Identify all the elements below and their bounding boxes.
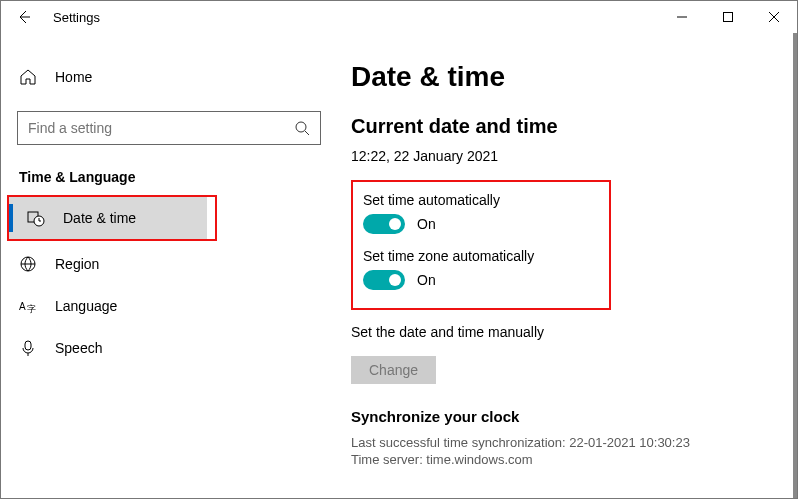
sync-last-line: Last successful time synchronization: 22… <box>351 435 797 450</box>
close-icon <box>769 12 779 22</box>
language-icon: A字 <box>19 297 37 315</box>
clock-calendar-icon <box>27 209 45 227</box>
microphone-icon <box>19 339 37 357</box>
svg-text:字: 字 <box>27 304 36 314</box>
window-controls <box>659 2 797 32</box>
change-button: Change <box>351 356 436 384</box>
search-input[interactable] <box>28 120 294 136</box>
set-tz-auto-toggle[interactable] <box>363 270 405 290</box>
set-time-auto-state: On <box>417 216 436 232</box>
minimize-button[interactable] <box>659 2 705 32</box>
sidebar-item-label: Speech <box>55 340 102 356</box>
sidebar-item-date-time[interactable]: Date & time <box>9 197 207 239</box>
set-time-auto-label: Set time automatically <box>363 192 539 208</box>
sidebar-item-label: Region <box>55 256 99 272</box>
svg-point-1 <box>296 122 306 132</box>
current-datetime-value: 12:22, 22 January 2021 <box>351 148 797 164</box>
home-icon <box>19 68 37 86</box>
vertical-scrollbar[interactable] <box>793 33 797 498</box>
settings-window: Settings Home Time & Language <box>0 0 798 499</box>
sidebar: Home Time & Language Date & time <box>1 33 337 498</box>
sidebar-section-header: Time & Language <box>19 169 337 185</box>
sidebar-item-label: Date & time <box>63 210 136 226</box>
sync-clock-section: Synchronize your clock Last successful t… <box>351 408 797 467</box>
back-button[interactable] <box>9 2 39 32</box>
content-pane: Date & time Current date and time 12:22,… <box>337 33 797 498</box>
window-body: Home Time & Language Date & time <box>1 33 797 498</box>
highlight-annotation-sidebar: Date & time <box>7 195 217 241</box>
sidebar-item-label: Language <box>55 298 117 314</box>
highlight-annotation-toggles: Set time automatically On Set time zone … <box>351 180 611 310</box>
maximize-icon <box>723 12 733 22</box>
svg-text:A: A <box>19 301 26 312</box>
home-label: Home <box>55 69 92 85</box>
current-datetime-heading: Current date and time <box>351 115 797 138</box>
set-tz-auto-label: Set time zone automatically <box>363 248 539 264</box>
sync-heading: Synchronize your clock <box>351 408 797 425</box>
set-time-auto-toggle-row: On <box>363 214 539 234</box>
set-tz-auto-state: On <box>417 272 436 288</box>
window-title: Settings <box>53 10 100 25</box>
globe-icon <box>19 255 37 273</box>
sidebar-item-region[interactable]: Region <box>1 243 337 285</box>
home-nav[interactable]: Home <box>1 57 337 97</box>
set-time-auto-group: Set time automatically On <box>363 192 539 234</box>
sidebar-item-language[interactable]: A字 Language <box>1 285 337 327</box>
set-time-auto-toggle[interactable] <box>363 214 405 234</box>
search-input-container[interactable] <box>17 111 321 145</box>
sync-server-line: Time server: time.windows.com <box>351 452 797 467</box>
set-tz-auto-toggle-row: On <box>363 270 539 290</box>
svg-rect-0 <box>724 13 733 22</box>
minimize-icon <box>677 12 687 22</box>
manual-datetime-label: Set the date and time manually <box>351 324 797 340</box>
maximize-button[interactable] <box>705 2 751 32</box>
close-button[interactable] <box>751 2 797 32</box>
set-tz-auto-group: Set time zone automatically On <box>363 248 539 290</box>
search-icon <box>294 120 310 136</box>
page-title: Date & time <box>351 61 797 93</box>
titlebar: Settings <box>1 1 797 33</box>
svg-rect-7 <box>25 341 31 350</box>
arrow-left-icon <box>16 9 32 25</box>
sidebar-item-speech[interactable]: Speech <box>1 327 337 369</box>
